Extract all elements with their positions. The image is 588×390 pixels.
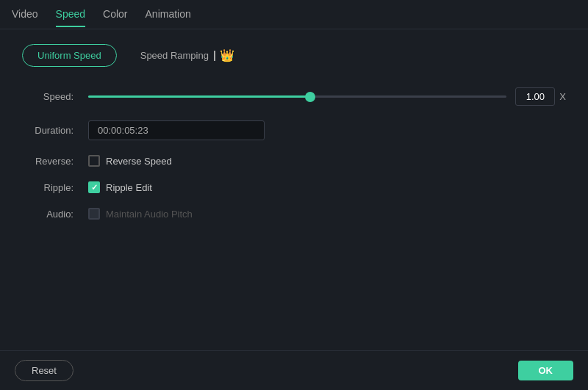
speed-value-input[interactable] bbox=[515, 87, 555, 106]
ripple-control: Ripple Edit bbox=[88, 181, 566, 193]
reverse-checkbox-row: Reverse Speed bbox=[88, 155, 172, 167]
main-content: Uniform Speed Speed Ramping 👑 Speed: X bbox=[0, 29, 588, 350]
ripple-checkbox-row: Ripple Edit bbox=[88, 181, 152, 193]
reverse-checkbox[interactable] bbox=[88, 155, 100, 167]
audio-checkbox bbox=[88, 208, 100, 220]
audio-row: Audio: Maintain Audio Pitch bbox=[22, 208, 566, 220]
speed-row: Speed: X bbox=[22, 87, 566, 106]
tab-video[interactable]: Video bbox=[12, 2, 38, 27]
ripple-checkbox-label: Ripple Edit bbox=[106, 182, 152, 193]
reverse-checkbox-label: Reverse Speed bbox=[106, 156, 172, 167]
audio-checkbox-label: Maintain Audio Pitch bbox=[106, 209, 193, 220]
ok-button[interactable]: OK bbox=[518, 361, 574, 380]
reverse-label: Reverse: bbox=[22, 156, 88, 167]
ripple-checkbox[interactable] bbox=[88, 181, 100, 193]
speed-slider-container[interactable] bbox=[88, 95, 506, 98]
speed-unit-label: X bbox=[559, 91, 566, 102]
speed-ramping-button[interactable]: Speed Ramping 👑 bbox=[126, 44, 249, 67]
duration-row: Duration: bbox=[22, 120, 566, 140]
duration-control bbox=[88, 120, 566, 140]
duration-label: Duration: bbox=[22, 125, 88, 136]
top-nav: Video Speed Color Animation bbox=[0, 0, 588, 29]
ripple-row: Ripple: Ripple Edit bbox=[22, 181, 566, 193]
tab-animation[interactable]: Animation bbox=[146, 2, 191, 27]
audio-control: Maintain Audio Pitch bbox=[88, 208, 566, 220]
crown-icon: 👑 bbox=[220, 48, 234, 62]
cursor-indicator bbox=[214, 51, 215, 61]
reverse-row: Reverse: Reverse Speed bbox=[22, 155, 566, 167]
audio-label: Audio: bbox=[22, 209, 88, 220]
uniform-speed-button[interactable]: Uniform Speed bbox=[22, 44, 117, 67]
bottom-bar: Reset OK bbox=[0, 350, 588, 390]
speed-value-box: X bbox=[515, 87, 566, 106]
speed-mode-toggle: Uniform Speed Speed Ramping 👑 bbox=[22, 44, 566, 67]
speed-label: Speed: bbox=[22, 91, 88, 102]
ripple-label: Ripple: bbox=[22, 182, 88, 193]
duration-input[interactable] bbox=[88, 120, 265, 140]
tab-color[interactable]: Color bbox=[103, 2, 127, 27]
speed-control: X bbox=[88, 87, 566, 106]
tab-speed[interactable]: Speed bbox=[56, 2, 85, 27]
reverse-control: Reverse Speed bbox=[88, 155, 566, 167]
speed-ramping-label: Speed Ramping bbox=[140, 50, 209, 61]
audio-checkbox-row: Maintain Audio Pitch bbox=[88, 208, 193, 220]
reset-button[interactable]: Reset bbox=[15, 360, 74, 381]
